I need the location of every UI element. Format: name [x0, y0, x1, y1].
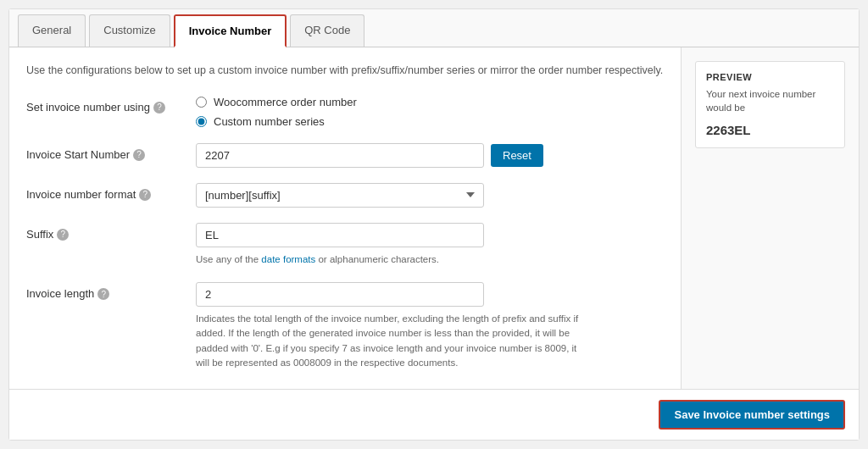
invoice-method-row: Set invoice number using ? Woocommerce o… — [26, 96, 664, 128]
custom-option[interactable]: Custom number series — [196, 115, 664, 128]
invoice-length-row: Invoice length ? Indicates the total len… — [26, 282, 664, 370]
date-formats-link[interactable]: date formats — [261, 254, 315, 264]
suffix-help-icon[interactable]: ? — [57, 229, 69, 241]
preview-title: PREVIEW — [706, 72, 834, 82]
invoice-method-help-icon[interactable]: ? — [153, 102, 165, 114]
page-description: Use the configurations below to set up a… — [26, 63, 664, 79]
invoice-start-help-icon[interactable]: ? — [133, 149, 145, 161]
preview-subtitle: Your next invoice number would be — [706, 87, 834, 114]
tab-invoice-number[interactable]: Invoice Number — [174, 14, 287, 47]
invoice-length-help-text: Indicates the total length of the invoic… — [196, 312, 586, 370]
invoice-method-field: Woocommerce order number Custom number s… — [196, 96, 664, 128]
tab-general[interactable]: General — [18, 14, 86, 47]
suffix-field: Use any of the date formats or alphanume… — [196, 223, 664, 267]
invoice-method-radio-group: Woocommerce order number Custom number s… — [196, 96, 664, 128]
preview-box: PREVIEW Your next invoice number would b… — [695, 61, 845, 148]
invoice-start-input-group: Reset — [196, 143, 664, 168]
suffix-input[interactable] — [196, 223, 484, 247]
invoice-format-label: Invoice number format ? — [26, 183, 196, 201]
woocommerce-radio[interactable] — [196, 97, 207, 108]
invoice-length-label: Invoice length ? — [26, 282, 196, 300]
tabs-bar: General Customize Invoice Number QR Code — [9, 9, 859, 47]
invoice-method-label: Set invoice number using ? — [26, 96, 196, 114]
invoice-format-field: [number][suffix] [prefix][number] [prefi… — [196, 183, 664, 208]
woocommerce-option[interactable]: Woocommerce order number — [196, 96, 664, 108]
tab-customize[interactable]: Customize — [89, 14, 170, 47]
custom-radio[interactable] — [196, 116, 207, 127]
save-button[interactable]: Save Invoice number settings — [659, 400, 845, 430]
settings-card: General Customize Invoice Number QR Code… — [8, 8, 860, 441]
invoice-length-input[interactable] — [196, 282, 484, 307]
content-area: Use the configurations below to set up a… — [9, 47, 859, 389]
reset-button[interactable]: Reset — [491, 144, 543, 167]
invoice-start-input[interactable] — [196, 143, 484, 168]
footer: Save Invoice number settings — [9, 389, 859, 440]
invoice-start-label: Invoice Start Number ? — [26, 143, 196, 161]
page-wrapper: General Customize Invoice Number QR Code… — [0, 0, 868, 449]
invoice-length-help-icon[interactable]: ? — [97, 288, 109, 300]
suffix-help-text: Use any of the date formats or alphanume… — [196, 252, 664, 267]
suffix-row: Suffix ? Use any of the date formats or … — [26, 223, 664, 267]
main-form: Use the configurations below to set up a… — [9, 47, 681, 389]
invoice-format-help-icon[interactable]: ? — [139, 189, 151, 201]
invoice-length-field: Indicates the total length of the invoic… — [196, 282, 664, 370]
sidebar: PREVIEW Your next invoice number would b… — [681, 47, 859, 389]
invoice-start-row: Invoice Start Number ? Reset — [26, 143, 664, 168]
invoice-format-row: Invoice number format ? [number][suffix]… — [26, 183, 664, 208]
invoice-format-select[interactable]: [number][suffix] [prefix][number] [prefi… — [196, 183, 484, 208]
tab-qr-code[interactable]: QR Code — [290, 14, 364, 47]
preview-number: 2263EL — [706, 123, 834, 137]
suffix-label: Suffix ? — [26, 223, 196, 241]
invoice-start-field: Reset — [196, 143, 664, 168]
